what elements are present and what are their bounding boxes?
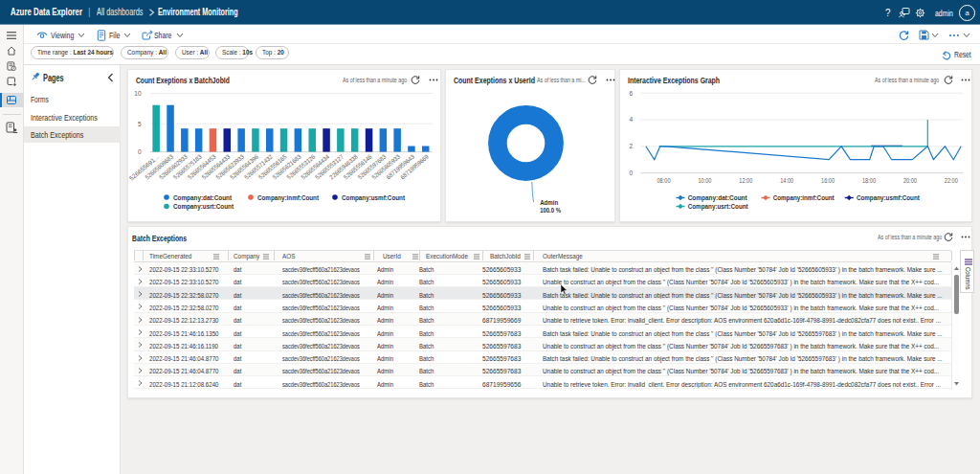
svg-text:Company:usmf:Count: Company:usmf:Count (342, 193, 405, 202)
svg-text:22:00: 22:00 (945, 177, 958, 184)
svg-text:14:00: 14:00 (780, 177, 793, 184)
svg-text:10: 10 (134, 90, 142, 97)
svg-text:0: 0 (630, 169, 634, 176)
svg-text:18:00: 18:00 (862, 177, 876, 184)
svg-text:Company:inmf:Count: Company:inmf:Count (773, 193, 835, 202)
svg-text:Company:dat:Count: Company:dat:Count (688, 193, 747, 202)
svg-text:0: 0 (138, 148, 142, 155)
svg-text:5: 5 (138, 121, 142, 127)
svg-text:Company:inmf:Count: Company:inmf:Count (257, 193, 319, 202)
svg-text:12:00: 12:00 (739, 177, 752, 184)
svg-text:100.0 %: 100.0 % (540, 206, 561, 214)
svg-text:Company:usrt:Count: Company:usrt:Count (173, 202, 234, 211)
svg-text:10:00: 10:00 (698, 177, 711, 184)
svg-text:2: 2 (630, 143, 634, 149)
svg-text:4: 4 (630, 116, 634, 123)
svg-text:20:00: 20:00 (903, 177, 917, 184)
svg-text:08:00: 08:00 (657, 177, 671, 184)
svg-text:Company:usrt:Count: Company:usrt:Count (688, 202, 748, 211)
svg-text:Company:dat:Count: Company:dat:Count (173, 193, 232, 202)
svg-text:6: 6 (630, 90, 634, 97)
svg-text:16:00: 16:00 (821, 177, 835, 184)
svg-text:Company:usmf:Count: Company:usmf:Count (857, 193, 920, 202)
